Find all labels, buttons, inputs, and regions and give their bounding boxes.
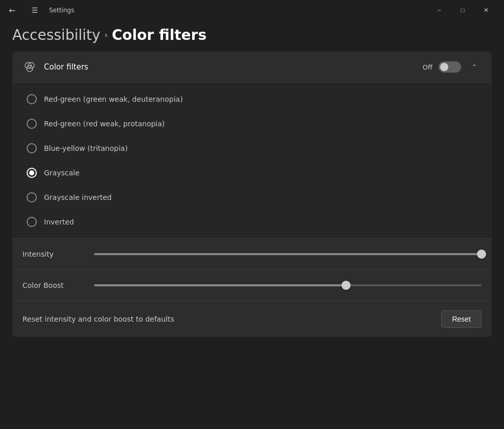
reset-button[interactable]: Reset <box>441 310 482 328</box>
toggle-thumb <box>440 63 448 71</box>
radio-label-blue-yellow: Blue-yellow (tritanopia) <box>44 144 128 152</box>
breadcrumb-chevron-icon: › <box>104 30 107 40</box>
radio-label-inverted: Inverted <box>44 218 74 226</box>
color-filters-section-header: Color filters Off ⌃ <box>12 52 492 83</box>
section-collapse-button[interactable]: ⌃ <box>467 60 482 74</box>
radio-circle-blue-yellow <box>27 143 37 153</box>
radio-circle-grayscale <box>27 168 37 178</box>
titlebar-left: ← ☰ Settings <box>4 2 74 18</box>
radio-circle-inverted <box>27 217 37 227</box>
titlebar: ← ☰ Settings − □ ✕ <box>0 0 504 20</box>
radio-option-blue-yellow[interactable]: Blue-yellow (tritanopia) <box>27 136 477 161</box>
breadcrumb-current: Color filters <box>112 27 207 43</box>
hamburger-button[interactable]: ☰ <box>27 2 43 18</box>
radio-option-inverted[interactable]: Inverted <box>27 210 477 234</box>
page-header: Accessibility › Color filters <box>0 20 504 52</box>
color-filters-title: Color filters <box>44 62 88 72</box>
radio-circle-rg-red <box>27 119 37 129</box>
color-boost-slider-container <box>94 280 482 290</box>
color-filters-icon <box>22 60 37 74</box>
color-boost-label: Color Boost <box>22 281 84 289</box>
titlebar-title: Settings <box>49 7 74 14</box>
breadcrumb-parent[interactable]: Accessibility <box>12 27 100 43</box>
sliders-section: Intensity Color Boost Reset intensity an… <box>12 239 492 337</box>
intensity-slider-container <box>94 249 482 259</box>
intensity-slider-track <box>94 253 482 255</box>
minimize-button[interactable]: − <box>427 2 451 18</box>
back-button[interactable]: ← <box>4 2 20 18</box>
radio-circle-grayscale-inverted <box>27 192 37 202</box>
reset-row: Reset intensity and color boost to defau… <box>12 301 492 337</box>
titlebar-controls: − □ ✕ <box>427 2 498 18</box>
close-button[interactable]: ✕ <box>474 2 498 18</box>
color-boost-row: Color Boost <box>12 270 492 301</box>
intensity-row: Intensity <box>12 239 492 270</box>
radio-label-rg-red: Red-green (red weak, protanopia) <box>44 120 165 128</box>
intensity-slider-thumb[interactable] <box>477 250 486 259</box>
radio-options-section: Red-green (green weak, deuteranopia) Red… <box>12 83 492 239</box>
radio-label-grayscale-inverted: Grayscale inverted <box>44 193 111 201</box>
radio-label-rg-green: Red-green (green weak, deuteranopia) <box>44 95 183 103</box>
radio-label-grayscale: Grayscale <box>44 169 80 177</box>
toggle-off-label: Off <box>423 63 432 71</box>
radio-option-grayscale-inverted[interactable]: Grayscale inverted <box>27 185 477 210</box>
radio-option-rg-red[interactable]: Red-green (red weak, protanopia) <box>27 111 477 136</box>
color-filters-toggle[interactable] <box>439 61 461 73</box>
intensity-slider-fill <box>94 253 482 255</box>
maximize-button[interactable]: □ <box>451 2 474 18</box>
reset-label: Reset intensity and color boost to defau… <box>22 315 174 323</box>
main-content-card: Color filters Off ⌃ Red-green (green wea… <box>12 52 492 337</box>
color-boost-slider-thumb[interactable] <box>341 281 351 290</box>
intensity-label: Intensity <box>22 250 84 258</box>
color-boost-slider-fill <box>94 284 346 286</box>
section-header-right: Off ⌃ <box>423 60 482 74</box>
section-header-left: Color filters <box>22 60 88 74</box>
radio-circle-rg-green <box>27 94 37 104</box>
radio-option-rg-green[interactable]: Red-green (green weak, deuteranopia) <box>27 87 477 111</box>
color-boost-slider-track <box>94 284 482 286</box>
radio-option-grayscale[interactable]: Grayscale <box>27 161 477 185</box>
